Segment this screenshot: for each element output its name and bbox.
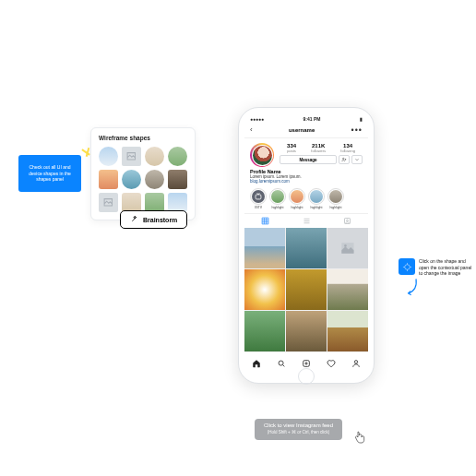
wireframe-title: Wireframe shapes — [99, 135, 187, 141]
navbar-title: username — [289, 127, 315, 133]
feed-cell[interactable] — [244, 228, 285, 268]
highlight-label: IGTV — [255, 206, 262, 209]
navbar: ‹ username ••• — [244, 124, 368, 138]
svg-point-5 — [279, 361, 283, 365]
profile-bio-link[interactable]: blog.loremipsum.com — [250, 179, 363, 184]
svg-point-7 — [354, 361, 357, 363]
wireframe-shape[interactable] — [122, 193, 141, 212]
svg-rect-1 — [256, 195, 261, 199]
tab-search-icon[interactable] — [277, 355, 286, 372]
wireframe-shape[interactable] — [145, 193, 164, 212]
home-button-icon — [298, 368, 315, 385]
dropdown-button[interactable] — [351, 155, 363, 164]
tooltip-line1: Click to view Instagram feed — [264, 422, 333, 428]
svg-rect-2 — [345, 219, 351, 224]
callout-text: Check out all UI and device shapes in th… — [24, 164, 76, 183]
stat-following-lbl: following — [340, 149, 355, 153]
tab-list[interactable] — [286, 214, 327, 228]
highlight-label: highlight — [271, 206, 283, 209]
target-icon — [402, 262, 412, 272]
brainstorm-label: Brainstorm — [143, 217, 177, 223]
tab-home-icon[interactable] — [252, 355, 261, 372]
highlight-item[interactable]: highlight — [308, 188, 325, 209]
wireframe-shape[interactable] — [168, 170, 187, 189]
svg-point-3 — [347, 220, 349, 221]
feed-cell[interactable] — [286, 269, 327, 310]
magic-wand-icon — [130, 215, 138, 224]
profile-stats: 334 posts 211K followers 134 following M… — [280, 143, 363, 164]
wireframe-shape-placeholder[interactable] — [99, 193, 118, 212]
phone-screen: ●●●●● 9:41 PM ▮ ‹ username ••• 334 posts… — [244, 113, 368, 377]
statusbar-battery: ▮ — [360, 116, 363, 122]
highlight-label: highlight — [310, 206, 322, 209]
feed-cell[interactable] — [286, 311, 327, 351]
feed-cell[interactable] — [244, 269, 285, 310]
highlight-label: highlight — [329, 206, 341, 209]
wireframe-shape-placeholder[interactable] — [122, 147, 141, 166]
callout-shapes-panel: Check out all UI and device shapes in th… — [18, 155, 81, 192]
wireframe-grid — [99, 147, 187, 212]
svg-point-0 — [343, 158, 345, 160]
arrow-icon — [404, 277, 422, 299]
highlight-item[interactable]: highlight — [269, 188, 286, 209]
change-image-chip[interactable] — [399, 258, 415, 275]
highlight-item[interactable]: highlight — [289, 188, 305, 209]
wireframe-shape[interactable] — [99, 170, 118, 189]
brainstorm-button[interactable]: Brainstorm — [120, 210, 187, 229]
igtv-icon — [252, 190, 265, 203]
suggested-users-button[interactable] — [339, 155, 350, 164]
wireframe-shape[interactable] — [145, 147, 164, 166]
change-image-callout: Click on the shape and open the contextu… — [419, 258, 474, 277]
feed-grid — [244, 228, 368, 351]
stat-posts-lbl: posts — [287, 149, 296, 153]
avatar[interactable] — [250, 143, 274, 167]
cursor-pointer-icon — [352, 430, 367, 445]
wireframe-shape[interactable] — [122, 170, 141, 189]
highlight-label: highlight — [291, 206, 303, 209]
stat-following[interactable]: 134 following — [340, 143, 355, 153]
message-button[interactable]: Message — [280, 155, 337, 164]
wireframe-shape[interactable] — [168, 147, 187, 166]
wireframe-shape[interactable] — [168, 193, 187, 212]
tab-grid[interactable] — [244, 214, 286, 228]
feed-cell[interactable] — [327, 269, 368, 310]
view-feed-tooltip: Click to view Instagram feed (Hold Shift… — [255, 419, 342, 440]
wireframe-shapes-panel: Wireframe shapes — [90, 127, 196, 220]
tab-tagged[interactable] — [327, 214, 368, 228]
statusbar: ●●●●● 9:41 PM ▮ — [244, 113, 368, 124]
view-tabs — [244, 213, 368, 228]
highlights: IGTV highlight highlight highlight highl… — [244, 186, 368, 213]
wireframe-shape[interactable] — [145, 170, 164, 189]
svg-point-4 — [344, 244, 347, 247]
stat-followers[interactable]: 211K followers — [311, 143, 326, 153]
feed-cell[interactable] — [244, 311, 285, 351]
statusbar-signal: ●●●●● — [250, 116, 264, 122]
tab-profile-icon[interactable] — [351, 355, 361, 372]
highlight-igtv[interactable]: IGTV — [250, 188, 267, 209]
tab-activity-icon[interactable] — [327, 355, 336, 372]
phone-mockup[interactable]: ●●●●● 9:41 PM ▮ ‹ username ••• 334 posts… — [238, 107, 375, 384]
profile-row: 334 posts 211K followers 134 following M… — [244, 138, 368, 169]
feed-cell[interactable] — [327, 311, 368, 351]
stat-posts[interactable]: 334 posts — [287, 143, 296, 153]
tooltip-line2: (Hold Shift + ⌘ or Ctrl, then click) — [264, 430, 333, 435]
chevron-left-icon[interactable]: ‹ — [250, 125, 253, 134]
wireframe-shape[interactable] — [99, 147, 118, 166]
feed-cell[interactable] — [286, 228, 327, 268]
highlight-item[interactable]: highlight — [327, 188, 344, 209]
svg-point-8 — [404, 264, 410, 269]
feed-cell-placeholder[interactable] — [327, 228, 368, 268]
statusbar-time: 9:41 PM — [303, 116, 321, 122]
profile-bio: Profile Name Lorem ipsum. Lorem ipsum. b… — [244, 169, 368, 186]
stat-followers-lbl: followers — [311, 149, 326, 153]
